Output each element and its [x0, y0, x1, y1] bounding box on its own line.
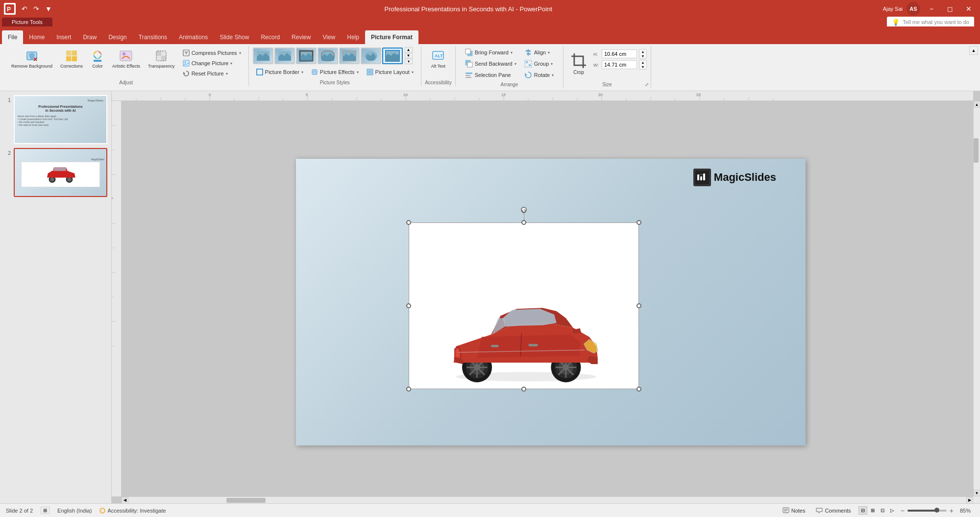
pic-style-options: Picture Border ▾ Picture Effects ▾: [253, 67, 417, 77]
slide-thumb-2[interactable]: MagicSlides: [14, 148, 107, 197]
picture-layout-button[interactable]: Picture Layout ▾: [363, 67, 417, 77]
picture-effects-button[interactable]: Picture Effects ▾: [308, 67, 362, 77]
user-avatar[interactable]: AS: [906, 2, 920, 16]
pic-style-1[interactable]: [253, 48, 273, 64]
width-spin-down[interactable]: ▼: [639, 65, 646, 69]
group-button[interactable]: Group ▾: [521, 58, 557, 69]
redo-button[interactable]: ↷: [31, 4, 41, 14]
pic-style-3[interactable]: [296, 48, 317, 64]
handle-top-right[interactable]: [637, 220, 641, 225]
zoom-percent[interactable]: 85%: [956, 508, 974, 514]
zoom-in-button[interactable]: +: [950, 507, 954, 515]
slide-thumb-2-inner: MagicSlides: [15, 149, 106, 196]
rotate-button[interactable]: Rotate ▾: [521, 70, 557, 80]
handle-top-left[interactable]: [406, 220, 411, 225]
svg-rect-93: [112, 101, 122, 496]
selection-pane-button[interactable]: Selection Pane: [462, 70, 520, 80]
change-picture-button[interactable]: Change Picture ▾: [179, 58, 245, 68]
tab-picture-format[interactable]: Picture Format: [365, 30, 418, 44]
picture-border-button[interactable]: Picture Border ▾: [253, 67, 307, 77]
tab-review[interactable]: Review: [286, 30, 317, 44]
reading-view-button[interactable]: ⊡: [878, 506, 887, 515]
tab-insert[interactable]: Insert: [50, 30, 77, 44]
height-input[interactable]: [602, 49, 637, 58]
quick-access-button[interactable]: ▼: [43, 4, 54, 14]
remove-background-button[interactable]: Remove Background: [8, 47, 56, 71]
tab-view[interactable]: View: [317, 30, 341, 44]
width-input[interactable]: [602, 60, 637, 69]
height-spin-up[interactable]: ▲: [639, 49, 646, 54]
zoom-slider[interactable]: [907, 510, 947, 512]
zoom-out-button[interactable]: −: [901, 507, 905, 515]
scroll-down-button[interactable]: ▼: [974, 490, 980, 496]
slide-thumb-1[interactable]: MagicSlides Professional Presentationsin…: [14, 95, 107, 144]
pic-style-6[interactable]: [361, 48, 381, 64]
svg-text:10: 10: [403, 93, 408, 97]
close-button[interactable]: ✕: [961, 2, 976, 16]
tell-me-bar[interactable]: 💡 Tell me what you want to do: [887, 17, 974, 27]
pic-style-5[interactable]: [339, 48, 360, 64]
tab-design[interactable]: Design: [102, 30, 132, 44]
minimize-button[interactable]: −: [924, 2, 939, 16]
tab-help[interactable]: Help: [341, 30, 365, 44]
rotate-handle[interactable]: [521, 207, 527, 213]
tab-transitions[interactable]: Transitions: [133, 30, 173, 44]
scrollbar-vertical[interactable]: ▲ ▼: [973, 101, 980, 496]
handle-bottom-right[interactable]: [637, 387, 641, 392]
zoom-thumb[interactable]: [934, 508, 939, 513]
svg-text:25: 25: [696, 93, 701, 97]
scroll-right-button[interactable]: ▶: [966, 497, 973, 504]
tab-draw[interactable]: Draw: [77, 30, 102, 44]
pic-style-2[interactable]: [274, 48, 295, 64]
slideshow-button[interactable]: ▷: [888, 506, 897, 515]
styles-expand[interactable]: ▾: [405, 59, 413, 64]
styles-scroll-up[interactable]: ▲: [405, 47, 413, 52]
scroll-thumb-v[interactable]: [974, 138, 979, 163]
pic-style-4[interactable]: [318, 48, 338, 64]
slide-sorter-button[interactable]: ⊞: [868, 506, 877, 515]
comments-button[interactable]: Comments: [812, 506, 854, 516]
transparency-button[interactable]: Transparency: [145, 47, 178, 71]
undo-button[interactable]: ↶: [20, 4, 29, 14]
size-expand-button[interactable]: ⤢: [645, 82, 649, 87]
notes-button[interactable]: Notes: [779, 506, 809, 516]
corrections-button[interactable]: Corrections: [57, 47, 86, 71]
scroll-corner: [973, 496, 980, 503]
scrollbar-horizontal[interactable]: ◀ ▶: [122, 496, 973, 503]
height-spin-down[interactable]: ▼: [639, 54, 646, 58]
handle-bottom-left[interactable]: [406, 387, 411, 392]
styles-scroll-down[interactable]: ▼: [405, 53, 413, 58]
tab-slideshow[interactable]: Slide Show: [214, 30, 255, 44]
handle-top-mid[interactable]: [521, 220, 526, 225]
tab-home[interactable]: Home: [23, 30, 50, 44]
handle-mid-right[interactable]: [637, 303, 641, 308]
slide1-logo: MagicSlides: [18, 99, 103, 102]
handle-bottom-mid[interactable]: [521, 387, 526, 392]
alt-text-button[interactable]: ALT Alt Text: [426, 47, 450, 71]
scroll-up-button[interactable]: ▲: [974, 101, 980, 108]
tab-file[interactable]: File: [2, 30, 23, 44]
tab-record[interactable]: Record: [255, 30, 286, 44]
normal-view-button[interactable]: ⊟: [858, 506, 867, 515]
ribbon-collapse-button[interactable]: ▲: [969, 46, 978, 55]
compress-pictures-button[interactable]: Compress Pictures ▾: [179, 48, 245, 58]
align-button[interactable]: Align ▾: [521, 47, 557, 58]
reset-picture-button[interactable]: Reset Picture ▾: [179, 69, 245, 78]
selected-image-container[interactable]: [409, 222, 639, 389]
tab-animations[interactable]: Animations: [173, 30, 214, 44]
width-spin-up[interactable]: ▲: [639, 60, 646, 65]
color-button[interactable]: Color: [87, 47, 108, 71]
bring-forward-button[interactable]: Bring Forward ▾: [462, 47, 520, 58]
crop-button[interactable]: Crop: [567, 47, 590, 80]
scroll-left-button[interactable]: ◀: [122, 497, 128, 504]
restore-button[interactable]: ◻: [943, 2, 957, 16]
slide-layout-button[interactable]: ⊞: [41, 507, 49, 514]
pic-style-7[interactable]: [382, 48, 403, 64]
svg-point-56: [67, 177, 72, 182]
status-bar: Slide 2 of 2 ⊞ English (India) ! Accessi…: [0, 503, 980, 517]
artistic-effects-button[interactable]: Artistic Effects: [109, 47, 144, 71]
send-backward-button[interactable]: Send Backward ▾: [462, 58, 520, 69]
scroll-thumb-h[interactable]: [226, 498, 266, 503]
svg-rect-128: [529, 344, 538, 346]
handle-mid-left[interactable]: [406, 303, 411, 308]
